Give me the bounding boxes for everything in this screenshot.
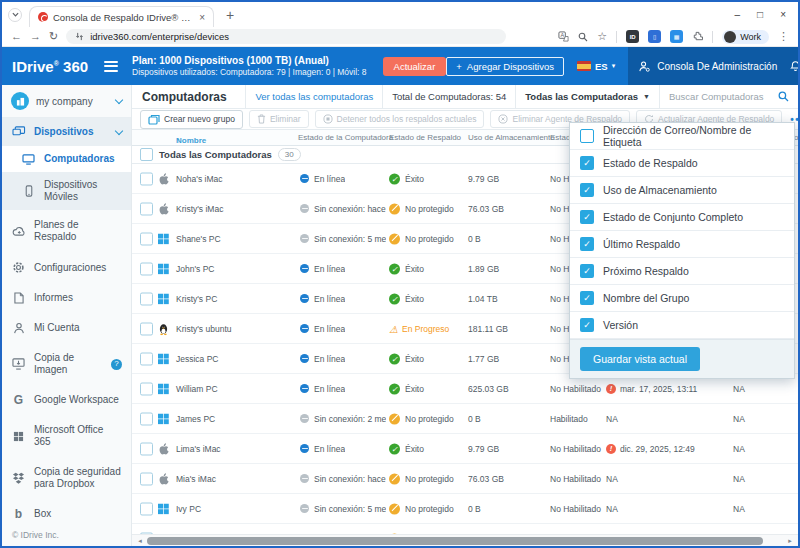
row-checkbox[interactable] [140,442,153,455]
table-row-partial[interactable] [132,524,798,534]
search-box [659,85,798,108]
row-checkbox[interactable] [140,172,153,185]
group-filter-select[interactable]: Todas las Computadoras ▼ [515,85,659,108]
tab-search-button[interactable] [8,8,22,22]
row-checkbox[interactable] [140,232,153,245]
scroll-right-icon[interactable]: ▸ [785,537,795,545]
column-option[interactable]: ✓Último Respaldo [570,231,794,258]
column-option[interactable]: ✓Próximo Respaldo [570,258,794,285]
column-header-estado-computadora[interactable]: Estado de la Computadora [298,133,393,142]
sidebar-item-dispositivos[interactable]: Dispositivos [2,118,131,146]
content-header: Computadoras Ver todas las computadoras … [132,85,798,109]
backup-status: No protegido [389,233,454,244]
table-row[interactable]: Mia's iMacSin conexión: hace u...No prot… [132,464,798,494]
trash-icon [257,114,266,124]
browser-tab[interactable]: Consola de Respaldo IDrive® 360 × [29,6,214,27]
backup-status: No protegido [389,203,454,214]
site-info-icon[interactable] [75,32,84,41]
row-checkbox[interactable] [140,352,153,365]
sidebar-item-planes-de-respaldo[interactable]: Planes de Respaldo [2,210,131,252]
extensions-puzzle-icon[interactable] [692,31,703,42]
sidebar-item-box[interactable]: b Box [2,499,131,529]
row-checkbox[interactable] [140,502,153,515]
close-button[interactable]: × [780,9,786,20]
extension-icon-1[interactable]: ID [626,30,639,43]
scrollbar-track[interactable] [145,537,785,545]
sidebar-item-microsoft-office-365[interactable]: Microsoft Office 365 [2,415,131,457]
table-row[interactable]: Lima's iMacEn línea✓Éxito9.79 GBNo Habil… [132,434,798,464]
find-icon[interactable] [578,32,588,42]
translate-icon[interactable]: A [558,31,569,42]
horizontal-scrollbar[interactable]: ◂ ▸ [132,534,798,546]
svg-text:A: A [561,32,565,38]
column-option[interactable]: ✓Nombre del Grupo [570,285,794,312]
view-all-computers-link[interactable]: Ver todas las computadoras [245,85,382,108]
sidebar-item-configuraciones[interactable]: Configuraciones [2,252,131,283]
checked-checkbox[interactable]: ✓ [580,183,594,197]
row-checkbox[interactable] [140,412,153,425]
online-status-icon [300,384,309,393]
column-option[interactable]: ✓Versión [570,312,794,339]
extension-icon-3[interactable]: ▦ [670,30,683,43]
table-row[interactable]: James PCSin conexión: 2 mes(...No proteg… [132,404,798,434]
row-checkbox[interactable] [140,262,153,275]
row-checkbox[interactable] [140,202,153,215]
checked-checkbox[interactable]: ✓ [580,264,594,278]
column-option[interactable]: ✓Estado de Conjunto Completo [570,204,794,231]
row-checkbox[interactable] [140,292,153,305]
bookmark-star-icon[interactable]: ☆ [597,31,607,42]
checked-checkbox[interactable]: ✓ [580,210,594,224]
extension-icon-2[interactable]: ▯ [648,30,661,43]
checked-checkbox[interactable]: ✓ [580,318,594,332]
browser-menu-icon[interactable]: ⋮ [778,31,789,42]
language-selector[interactable]: ES ▾ [577,61,615,72]
sidebar-item-copia-de-imagen[interactable]: Copia de Imagen ? [2,343,131,385]
notifications-bell-icon[interactable] [789,60,800,73]
column-header-estado-respaldo[interactable]: Estado de Respaldo [389,133,461,142]
computer-status: Sin conexión: hace u... [300,204,386,214]
add-devices-button[interactable]: + Agregar Dispositivos [446,57,564,76]
row-checkbox[interactable] [140,382,153,395]
back-icon[interactable]: ← [11,31,22,42]
reload-icon[interactable]: ↻ [49,31,58,42]
profile-button[interactable]: Work [722,30,769,44]
group-checkbox[interactable] [140,148,153,161]
crear-nuevo-grupo-button[interactable]: Crear nuevo grupo [140,110,243,129]
maximize-button[interactable]: □ [757,9,763,20]
table-row[interactable]: Ivy PCSin conexión: 5 mes(...No protegid… [132,494,798,524]
not-protected-icon [389,503,400,514]
hamburger-menu-icon[interactable] [104,58,118,74]
checked-checkbox[interactable]: ✓ [580,291,594,305]
row-checkbox[interactable] [140,322,153,335]
tab-close-icon[interactable]: × [199,12,205,23]
column-option[interactable]: ✓Estado de Respaldo [570,150,794,177]
forward-icon[interactable]: → [30,31,41,42]
sidebar-item-mi-cuenta[interactable]: Mi Cuenta [2,313,131,343]
company-selector[interactable]: my company [2,85,131,118]
scrollbar-thumb[interactable] [147,537,763,545]
save-view-button[interactable]: Guardar vista actual [580,347,700,371]
column-option[interactable]: ✓Uso de Almacenamiento [570,177,794,204]
unchecked-checkbox[interactable] [580,129,594,143]
row-checkbox[interactable] [140,472,153,485]
checked-checkbox[interactable]: ✓ [580,237,594,251]
help-badge[interactable]: ? [111,359,122,370]
column-header-uso-almacenamiento[interactable]: Uso de Almacenamiento [468,133,555,142]
upgrade-button[interactable]: Actualizar [383,57,447,76]
row-checkbox[interactable] [140,532,153,534]
admin-console-button[interactable]: Consola De Administración [628,47,800,85]
sidebar-item-google-workspace[interactable]: G Google Workspace [2,385,131,415]
win-os-icon [158,263,169,274]
sidebar-item-dropbox-backup[interactable]: Copia de seguridad para Dropbox [2,457,131,499]
search-icon[interactable] [778,91,789,102]
sidebar-item-dispositivos-moviles[interactable]: Dispositivos Móviles [2,172,131,210]
checked-checkbox[interactable]: ✓ [580,156,594,170]
search-input[interactable] [669,91,773,102]
sidebar-item-computadoras[interactable]: Computadoras [2,146,131,172]
url-bar[interactable]: idrive360.com/enterprise/devices [66,29,506,44]
column-option[interactable]: Dirección de Correo/Nombre de Etiqueta [570,123,794,150]
scroll-left-icon[interactable]: ◂ [135,537,145,545]
sidebar-item-informes[interactable]: Informes [2,283,131,313]
new-tab-button[interactable]: + [226,8,234,22]
minimize-button[interactable]: – [735,9,741,20]
